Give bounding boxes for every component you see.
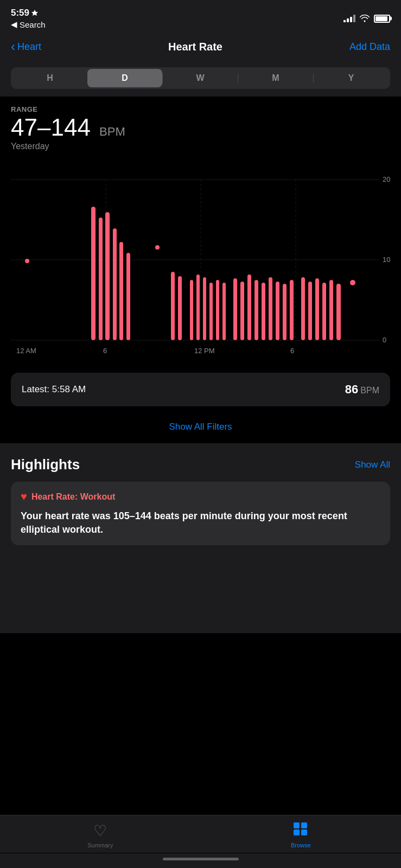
back-button[interactable]: ‹ Heart bbox=[11, 39, 41, 54]
browse-grid-icon bbox=[293, 822, 308, 840]
heart-rate-chart: 200 100 0 bbox=[11, 158, 390, 364]
show-all-filters-button[interactable]: Show All Filters bbox=[169, 422, 232, 432]
chart-section: RANGE 47–144 BPM Yesterday 200 100 0 bbox=[0, 97, 401, 364]
svg-rect-0 bbox=[11, 158, 390, 364]
show-all-button[interactable]: Show All bbox=[355, 459, 390, 470]
latest-reading-card: Latest: 5:58 AM 86BPM bbox=[11, 373, 390, 406]
location-icon bbox=[31, 10, 38, 16]
status-time: 5:59 bbox=[11, 8, 46, 18]
svg-rect-30 bbox=[262, 283, 265, 340]
highlights-header: Highlights Show All bbox=[11, 456, 390, 473]
range-separator: – bbox=[37, 114, 50, 141]
svg-rect-24 bbox=[216, 280, 219, 340]
status-right bbox=[343, 15, 390, 23]
range-max: 144 bbox=[50, 114, 90, 141]
highlight-card-title: Heart Rate: Workout bbox=[31, 492, 115, 502]
range-unit: BPM bbox=[99, 125, 125, 138]
svg-point-10 bbox=[25, 259, 29, 263]
range-date: Yesterday bbox=[11, 142, 390, 151]
tab-bar-summary[interactable]: ♡ Summary bbox=[0, 822, 201, 848]
tab-bar-browse[interactable]: Browse bbox=[201, 822, 402, 848]
svg-text:100: 100 bbox=[383, 256, 390, 264]
summary-label: Summary bbox=[87, 842, 113, 848]
status-search[interactable]: ◀ Search bbox=[11, 20, 46, 29]
signal-icon bbox=[343, 15, 355, 22]
nav-header: ‹ Heart Heart Rate Add Data bbox=[0, 33, 401, 63]
svg-rect-19 bbox=[178, 276, 182, 340]
svg-rect-36 bbox=[308, 282, 312, 340]
highlights-section: Highlights Show All ♥ Heart Rate: Workou… bbox=[0, 443, 401, 633]
svg-text:200: 200 bbox=[383, 175, 390, 183]
highlight-card-body: Your heart rate was 105–144 beats per mi… bbox=[21, 509, 380, 537]
svg-rect-38 bbox=[322, 283, 326, 340]
svg-rect-33 bbox=[283, 284, 287, 340]
svg-point-41 bbox=[350, 280, 355, 285]
svg-rect-11 bbox=[91, 207, 96, 340]
svg-rect-39 bbox=[329, 280, 333, 340]
svg-text:12 AM: 12 AM bbox=[16, 347, 36, 355]
svg-rect-46 bbox=[294, 822, 300, 828]
svg-point-17 bbox=[155, 245, 160, 250]
latest-bpm-number: 86 bbox=[345, 382, 358, 396]
svg-rect-23 bbox=[209, 283, 213, 340]
highlights-title: Highlights bbox=[11, 456, 80, 473]
latest-bpm-unit: BPM bbox=[360, 386, 379, 395]
home-indicator bbox=[0, 853, 401, 868]
filters-section: Show All Filters bbox=[0, 415, 401, 443]
back-label: Heart bbox=[17, 41, 41, 53]
range-min: 47 bbox=[11, 114, 37, 141]
svg-rect-28 bbox=[247, 275, 251, 340]
tab-bar: ♡ Summary Browse bbox=[0, 815, 401, 853]
heart-red-icon: ♥ bbox=[21, 490, 27, 503]
svg-rect-31 bbox=[269, 277, 272, 340]
svg-text:6: 6 bbox=[290, 347, 294, 355]
svg-text:12 PM: 12 PM bbox=[194, 347, 215, 355]
browse-label: Browse bbox=[291, 842, 311, 848]
time-display: 5:59 bbox=[11, 8, 29, 18]
home-bar bbox=[163, 858, 239, 860]
svg-rect-22 bbox=[203, 277, 206, 340]
svg-rect-29 bbox=[254, 280, 258, 340]
page-title: Heart Rate bbox=[168, 41, 222, 53]
latest-label: Latest: 5:58 AM bbox=[22, 384, 86, 395]
summary-heart-icon: ♡ bbox=[93, 822, 107, 840]
tab-W[interactable]: W bbox=[163, 69, 238, 87]
svg-rect-15 bbox=[119, 242, 123, 340]
range-label: RANGE bbox=[11, 105, 390, 113]
svg-rect-35 bbox=[301, 277, 305, 340]
svg-rect-25 bbox=[222, 283, 226, 340]
tab-M[interactable]: M bbox=[238, 69, 313, 87]
chevron-left-icon: ‹ bbox=[11, 39, 15, 54]
svg-rect-34 bbox=[290, 280, 294, 340]
tab-Y[interactable]: Y bbox=[314, 69, 389, 87]
latest-value: 86BPM bbox=[345, 382, 379, 396]
svg-rect-18 bbox=[171, 272, 175, 340]
status-left: 5:59 ◀ Search bbox=[11, 8, 46, 29]
svg-text:6: 6 bbox=[103, 347, 107, 355]
search-label: Search bbox=[20, 20, 46, 29]
svg-text:0: 0 bbox=[383, 336, 386, 344]
range-value: 47–144 BPM bbox=[11, 116, 390, 139]
highlight-card-header: ♥ Heart Rate: Workout bbox=[21, 490, 380, 503]
svg-rect-47 bbox=[301, 822, 307, 828]
svg-rect-48 bbox=[294, 829, 300, 835]
svg-rect-14 bbox=[113, 228, 117, 340]
status-bar: 5:59 ◀ Search bbox=[0, 0, 401, 33]
back-arrow-icon: ◀ bbox=[11, 20, 17, 29]
add-data-button[interactable]: Add Data bbox=[349, 41, 390, 53]
svg-rect-40 bbox=[336, 284, 341, 340]
tab-H[interactable]: H bbox=[12, 69, 87, 87]
latest-value-container: 86BPM bbox=[345, 382, 379, 397]
tab-D[interactable]: D bbox=[87, 69, 162, 87]
svg-rect-21 bbox=[196, 275, 200, 340]
svg-rect-49 bbox=[301, 829, 307, 835]
wifi-icon bbox=[360, 15, 370, 22]
svg-rect-12 bbox=[99, 218, 103, 340]
chart-svg: 200 100 0 bbox=[11, 158, 390, 364]
svg-rect-13 bbox=[105, 212, 110, 340]
svg-rect-27 bbox=[240, 282, 244, 340]
tabs-container: H D W M Y bbox=[11, 67, 390, 89]
svg-rect-32 bbox=[276, 282, 279, 340]
svg-rect-26 bbox=[233, 278, 237, 340]
svg-rect-16 bbox=[126, 253, 130, 340]
